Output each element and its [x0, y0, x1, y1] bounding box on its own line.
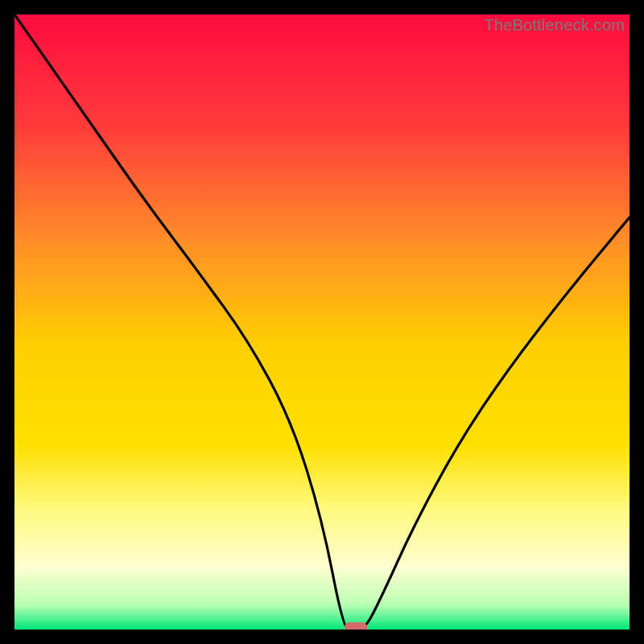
watermark-text: TheBottleneck.com — [484, 16, 625, 35]
bottleneck-chart — [14, 14, 630, 630]
optimal-marker — [345, 622, 367, 630]
chart-frame: TheBottleneck.com — [14, 14, 630, 630]
chart-background — [14, 14, 630, 630]
